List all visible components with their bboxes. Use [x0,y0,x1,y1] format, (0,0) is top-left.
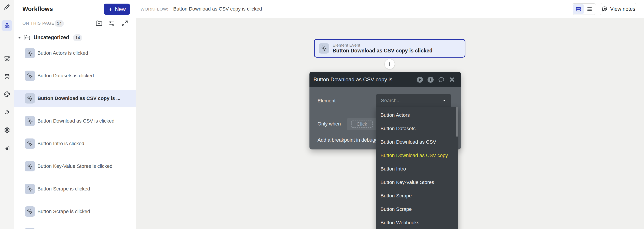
list-item-label: Button Scrape is clicked [38,186,90,192]
comment-icon[interactable] [438,76,445,83]
dropdown-option[interactable]: Button Download as CSV [380,135,453,149]
palette-icon[interactable] [2,89,12,100]
dropdown-option[interactable]: Button Intro [380,162,453,176]
plus-icon [108,7,113,12]
mouse-pointer-click-icon [25,116,35,126]
workflow-title: Button Download as CSV copy is clicked [173,6,262,12]
list-view-toggle[interactable] [584,4,595,14]
breakpoint-link[interactable]: Add a breakpoint in debugger [318,137,382,143]
card-view-toggle[interactable] [573,4,584,14]
click-condition-button[interactable]: Click [347,118,377,130]
dropdown-option[interactable]: Button Scrape [380,202,453,216]
notes-bubble-icon [602,6,608,12]
dropdown-option[interactable]: Button Scrape [380,189,453,202]
list-item[interactable]: Button Actors is clicked [14,44,136,62]
list-item[interactable]: Button Key-Value Stores is clicked [14,158,136,175]
filter-sliders-icon[interactable] [108,20,116,27]
chevron-down-icon[interactable] [442,98,446,103]
list-item[interactable]: Button Datasets is clicked [14,67,136,84]
folder-count-badge: 14 [73,34,82,41]
mouse-pointer-click-icon [25,184,35,194]
list-item-label: Button Key-Value Stores is clicked [38,163,112,169]
mouse-pointer-click-icon [25,93,35,104]
element-event-node[interactable]: Element Event Button Download as CSV cop… [314,39,466,58]
mouse-pointer-click-icon [25,206,35,217]
list-item-label: Button Download as CSV copy is ... [38,96,120,101]
settings-gear-icon[interactable] [2,124,12,135]
analytics-chart-icon[interactable] [2,142,12,153]
cards-icon [576,6,581,12]
view-toggle [572,3,596,15]
list-item[interactable]: Button Download as CSV is clicked [14,112,136,130]
modal-header: Button Download as CSV copy is [310,72,461,88]
rail-divider [2,40,12,40]
top-bar: WORKFLOW: Button Download as CSV copy is… [136,0,644,18]
plug-icon[interactable] [2,107,12,118]
dropdown-scrollbar[interactable] [456,107,458,137]
view-notes-button[interactable]: View notes [600,3,637,15]
components-icon[interactable] [2,53,12,64]
element-field-label: Element [318,98,336,104]
new-workflow-button[interactable]: New [104,4,130,15]
edit-icon[interactable] [2,1,12,12]
list-item-label: Button Datasets is clicked [38,73,94,79]
folder-name: Uncategorized [34,34,69,40]
sidebar-title: Workflows [22,6,53,12]
list-item-label: Button Download as CSV is clicked [38,118,114,124]
info-icon[interactable] [427,76,434,83]
expand-icon[interactable] [122,20,128,27]
workflow-breadcrumb-label: WORKFLOW: [140,7,168,12]
mouse-pointer-click-icon [25,138,35,149]
only-when-label: Only when [318,121,341,127]
dropdown-option[interactable]: Button Key-Value Stores [380,176,453,189]
on-this-page-label: ON THIS PAGE [22,21,54,26]
icon-rail [0,0,14,229]
element-search-input[interactable] [380,98,442,104]
mouse-pointer-click-icon [319,43,329,54]
mouse-pointer-click-icon [25,228,35,229]
workflows-icon[interactable] [2,20,12,31]
list-item[interactable]: Button Intro is clicked [14,135,136,152]
on-this-page-count-badge: 14 [55,20,64,27]
play-icon[interactable] [416,76,423,83]
workflow-canvas[interactable]: Element Event Button Download as CSV cop… [136,18,644,229]
mouse-pointer-click-icon [25,161,35,172]
list-item-partial[interactable] [14,224,136,229]
hamburger-icon [587,6,592,12]
database-icon[interactable] [2,71,12,82]
list-item-label: Button Actors is clicked [38,50,88,56]
workflows-sidebar: Workflows New ON THIS PAGE 14 Uncategori… [14,0,136,229]
close-icon[interactable] [448,76,456,83]
folder-row-uncategorized[interactable]: Uncategorized 14 [14,33,136,42]
list-item[interactable]: Button Scrape is clicked [14,180,136,198]
element-options-dropdown: Button Actors Button Datasets Button Dow… [376,107,458,229]
add-step-button[interactable] [385,59,394,69]
app-window: Workflows New ON THIS PAGE 14 Uncategori… [0,0,644,229]
dropdown-option[interactable]: Button Webhooks [380,216,453,229]
dropdown-option[interactable]: Button Datasets [380,122,453,135]
list-item-label: Button Intro is clicked [38,141,84,146]
mouse-pointer-click-icon [25,70,35,81]
element-select[interactable] [376,94,451,107]
modal-title: Button Download as CSV copy is [314,76,416,83]
dropdown-option-selected[interactable]: Button Download as CSV copy [380,149,453,162]
mouse-pointer-click-icon [25,48,35,58]
list-item-label: Button Scrape is clicked [38,208,90,214]
collapse-caret-icon[interactable] [18,36,22,40]
plus-icon [387,62,392,67]
node-title: Button Download as CSV copy is clicked [332,48,432,54]
dropdown-option[interactable]: Button Actors [380,108,453,122]
list-item[interactable]: Button Scrape is clicked [14,203,136,220]
folder-open-icon [24,34,30,41]
list-item-selected[interactable]: Button Download as CSV copy is ... [14,90,136,107]
new-folder-icon[interactable] [96,20,103,27]
node-type-label: Element Event [332,43,432,48]
